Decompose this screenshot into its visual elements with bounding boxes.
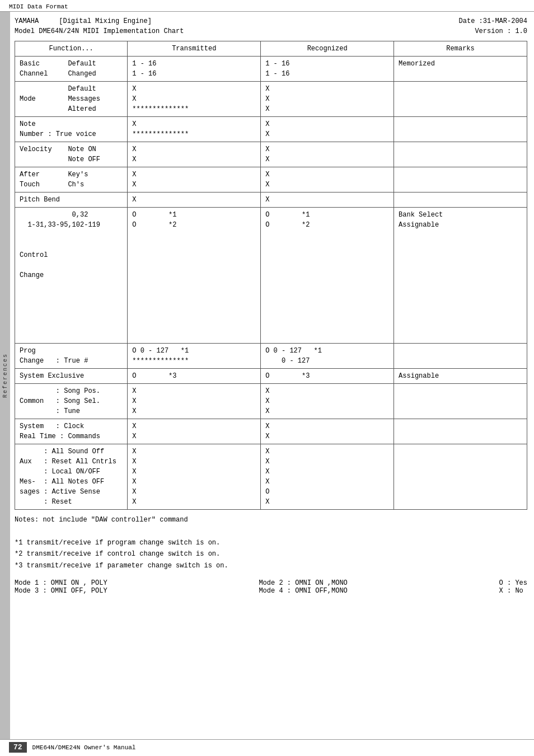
table-header-row: Function... Transmitted Recognized Remar… bbox=[15, 41, 527, 57]
mode-col-right: O : Yes X : No bbox=[499, 579, 527, 595]
table-row: After Key's Touch Ch'sX XX X bbox=[15, 167, 527, 192]
notes-line1: Notes: not include "DAW controller" comm… bbox=[15, 514, 527, 525]
notes-line3: *1 transmit/receive if program change sw… bbox=[15, 537, 527, 548]
table-row: System : Clock Real Time : CommandsX XX … bbox=[15, 419, 527, 444]
cell-trans-1: X X ************** bbox=[128, 82, 261, 117]
cell-recog-0: 1 - 16 1 - 16 bbox=[261, 57, 394, 82]
cell-func-9: : Song Pos. Common : Song Sel. : Tune bbox=[15, 384, 128, 419]
cell-recog-3: X X bbox=[261, 142, 394, 167]
product: [Digital Mixing Engine] bbox=[59, 17, 152, 25]
cell-recog-1: X X X bbox=[261, 82, 394, 117]
cell-func-0: Basic Default Channel Changed bbox=[15, 57, 128, 82]
cell-trans-10: X X bbox=[128, 419, 261, 444]
col-recognized: Recognized bbox=[261, 41, 394, 57]
cell-remarks-3 bbox=[394, 142, 527, 167]
cell-recog-11: X X X X O X bbox=[261, 444, 394, 510]
cell-remarks-2 bbox=[394, 117, 527, 142]
doc-header-right: Date :31-MAR-2004 Version : 1.0 bbox=[459, 16, 527, 36]
x-no: X : No bbox=[499, 587, 527, 595]
doc-header: YAMAHA [Digital Mixing Engine] Model DME… bbox=[15, 12, 527, 41]
cell-trans-3: X X bbox=[128, 142, 261, 167]
main-content: YAMAHA [Digital Mixing Engine] Model DME… bbox=[10, 12, 534, 739]
cell-remarks-5 bbox=[394, 192, 527, 208]
cell-remarks-11 bbox=[394, 444, 527, 510]
cell-func-1: Default Mode Messages Altered bbox=[15, 82, 128, 117]
table-row: Basic Default Channel Changed1 - 16 1 - … bbox=[15, 57, 527, 82]
midi-table: Function... Transmitted Recognized Remar… bbox=[15, 41, 527, 510]
cell-remarks-8: Assignable bbox=[394, 369, 527, 384]
cell-trans-5: X bbox=[128, 192, 261, 208]
cell-recog-7: O 0 - 127 *1 0 - 127 bbox=[261, 344, 394, 369]
notes-line4: *2 transmit/receive if control change sw… bbox=[15, 548, 527, 560]
doc-header-left: YAMAHA [Digital Mixing Engine] Model DME… bbox=[15, 16, 184, 36]
cell-remarks-4 bbox=[394, 167, 527, 192]
cell-recog-8: O *3 bbox=[261, 369, 394, 384]
cell-trans-11: X X X X X X bbox=[128, 444, 261, 510]
cell-recog-6: O *1 O *2 bbox=[261, 208, 394, 344]
cell-func-2: Note Number : True voice bbox=[15, 117, 128, 142]
cell-trans-2: X ************** bbox=[128, 117, 261, 142]
cell-recog-10: X X bbox=[261, 419, 394, 444]
cell-remarks-7 bbox=[394, 344, 527, 369]
cell-recog-4: X X bbox=[261, 167, 394, 192]
page-number: 72 bbox=[9, 742, 27, 753]
vendor-product: YAMAHA [Digital Mixing Engine] bbox=[15, 16, 184, 26]
cell-remarks-6: Bank Select Assignable bbox=[394, 208, 527, 344]
cell-func-11: : All Sound Off Aux : Reset All Cntrls :… bbox=[15, 444, 128, 510]
references-tab: References bbox=[0, 12, 10, 739]
cell-trans-9: X X X bbox=[128, 384, 261, 419]
notes-section: Notes: not include "DAW controller" comm… bbox=[15, 510, 527, 576]
mode3: Mode 2 : OMNI ON ,MONO bbox=[259, 579, 347, 587]
cell-remarks-10 bbox=[394, 419, 527, 444]
cell-trans-0: 1 - 16 1 - 16 bbox=[128, 57, 261, 82]
table-row: : All Sound Off Aux : Reset All Cntrls :… bbox=[15, 444, 527, 510]
cell-recog-2: X X bbox=[261, 117, 394, 142]
cell-func-3: Velocity Note ON Note OFF bbox=[15, 142, 128, 167]
mode-col-left: Mode 1 : OMNI ON , POLY Mode 3 : OMNI OF… bbox=[15, 579, 107, 595]
cell-func-7: Prog Change : True # bbox=[15, 344, 128, 369]
table-row: Prog Change : True #O 0 - 127 *1 *******… bbox=[15, 344, 527, 369]
cell-func-4: After Key's Touch Ch's bbox=[15, 167, 128, 192]
cell-func-10: System : Clock Real Time : Commands bbox=[15, 419, 128, 444]
cell-remarks-9 bbox=[394, 384, 527, 419]
vendor: YAMAHA bbox=[15, 17, 39, 25]
footer-text: DME64N/DME24N Owner's Manual bbox=[32, 744, 136, 751]
cell-trans-4: X X bbox=[128, 167, 261, 192]
cell-trans-7: O 0 - 127 *1 ************** bbox=[128, 344, 261, 369]
mode1: Mode 1 : OMNI ON , POLY bbox=[15, 579, 107, 587]
notes-line5: *3 transmit/receive if parameter change … bbox=[15, 560, 527, 571]
table-row: Velocity Note ON Note OFFX XX X bbox=[15, 142, 527, 167]
header-text: MIDI Data Format bbox=[9, 3, 68, 10]
mode-col-center: Mode 2 : OMNI ON ,MONO Mode 4 : OMNI OFF… bbox=[259, 579, 347, 595]
cell-remarks-0: Memorized bbox=[394, 57, 527, 82]
mode2: Mode 3 : OMNI OFF, POLY bbox=[15, 587, 107, 595]
table-row: System ExclusiveO *3O *3Assignable bbox=[15, 369, 527, 384]
version-line: Version : 1.0 bbox=[459, 26, 527, 36]
cell-func-5: Pitch Bend bbox=[15, 192, 128, 208]
col-function: Function... bbox=[15, 41, 128, 57]
model-line: Model DME64N/24N MIDI Implementation Cha… bbox=[15, 26, 184, 36]
table-row: Note Number : True voiceX **************… bbox=[15, 117, 527, 142]
cell-remarks-1 bbox=[394, 82, 527, 117]
mode-section: Mode 1 : OMNI ON , POLY Mode 3 : OMNI OF… bbox=[15, 576, 527, 597]
col-remarks: Remarks bbox=[394, 41, 527, 57]
col-transmitted: Transmitted bbox=[128, 41, 261, 57]
table-row: 0,32 1-31,33-95,102-119 Control Change O… bbox=[15, 208, 527, 344]
cell-recog-9: X X X bbox=[261, 384, 394, 419]
notes-line2 bbox=[15, 525, 527, 537]
page-header: MIDI Data Format bbox=[0, 0, 534, 12]
table-row: Default Mode Messages AlteredX X *******… bbox=[15, 82, 527, 117]
cell-trans-8: O *3 bbox=[128, 369, 261, 384]
mode4: Mode 4 : OMNI OFF,MONO bbox=[259, 587, 347, 595]
table-row: Pitch BendXX bbox=[15, 192, 527, 208]
table-row: : Song Pos. Common : Song Sel. : TuneX X… bbox=[15, 384, 527, 419]
page-footer: 72 DME64N/DME24N Owner's Manual bbox=[0, 739, 534, 755]
references-label: References bbox=[2, 353, 8, 398]
cell-trans-6: O *1 O *2 bbox=[128, 208, 261, 344]
cell-func-8: System Exclusive bbox=[15, 369, 128, 384]
cell-func-6: 0,32 1-31,33-95,102-119 Control Change bbox=[15, 208, 128, 344]
cell-recog-5: X bbox=[261, 192, 394, 208]
o-yes: O : Yes bbox=[499, 579, 527, 587]
date-line: Date :31-MAR-2004 bbox=[459, 16, 527, 26]
